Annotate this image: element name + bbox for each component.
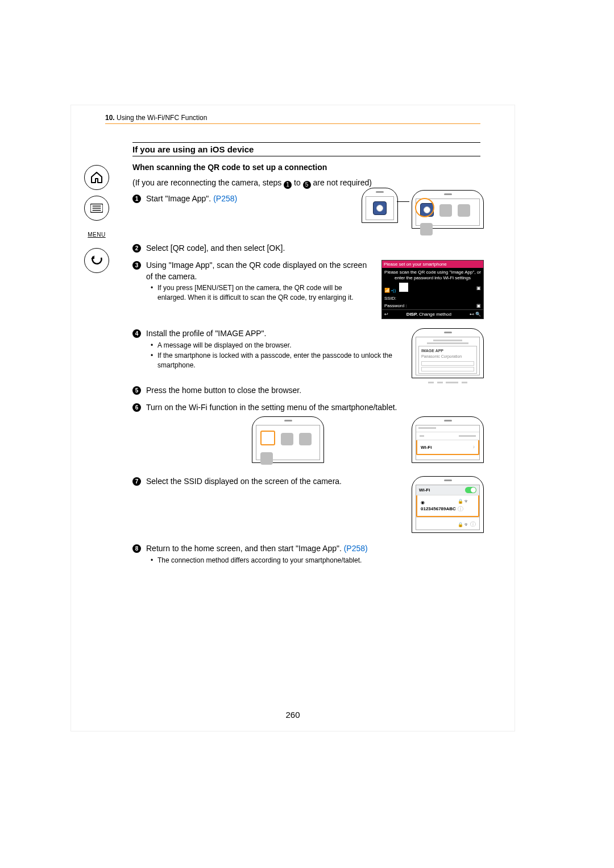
cancel-icon: ▣ — [476, 285, 481, 291]
qr-code-icon — [399, 283, 408, 292]
step-6: Turn on the Wi-Fi function in the settin… — [132, 402, 480, 471]
profile-sub: Panasonic Corporation — [421, 354, 474, 359]
divider-orange — [105, 123, 480, 124]
back-arrow-icon: ↩ — [384, 311, 388, 317]
lock-icon: 🔒 — [458, 522, 463, 527]
step-5: Press the home button to close the brows… — [132, 385, 480, 396]
section-title: If you are using an iOS device — [132, 142, 480, 156]
chapter-heading: 10. Using the Wi-Fi/NFC Function — [105, 114, 207, 122]
generic-app-icon — [420, 223, 433, 235]
step-ref-5: 5 — [303, 181, 311, 189]
usb-icon: ⊷ — [470, 312, 474, 317]
wifi-icon: ᯤ — [464, 522, 469, 527]
wifi-ssid-item: ◉ 0123456789ABC 🔒 ᯤ ⓘ — [416, 495, 479, 516]
settings-app-icon — [260, 431, 275, 445]
wifi-settings-item: Wi-Fi › — [416, 440, 479, 455]
info-icon: ⓘ — [458, 506, 463, 512]
cancel-icon: ▣ — [476, 303, 481, 309]
toc-button[interactable] — [84, 196, 109, 221]
back-arrow-icon — [90, 254, 103, 267]
generic-settings-item — [416, 432, 479, 440]
generic-app-icon — [439, 204, 452, 217]
phone-illustration-settings: Wi-Fi › — [412, 416, 484, 463]
generic-app-icon — [458, 204, 470, 217]
home-button[interactable] — [84, 165, 109, 190]
wifi-header: Wi-Fi — [416, 485, 479, 495]
phone-illustration-profile: IMAGE APP Panasonic Corporation — [412, 328, 484, 378]
list-icon — [90, 204, 103, 213]
wifi-icon: ᯤ — [464, 499, 469, 504]
step-4-note-1: A message will be displayed on the brows… — [152, 341, 395, 350]
wifi-other-item: 🔒 ᯤ ⓘ — [416, 517, 479, 531]
wifi-emblem-icon: 📶 •)) — [384, 288, 396, 293]
profile-title: IMAGE APP — [421, 348, 474, 354]
info-icon: ⓘ — [470, 521, 476, 527]
highlight-circle-icon — [415, 198, 434, 217]
chapter-title: Using the Wi-Fi/NFC Function — [117, 114, 207, 122]
sub-heading: When scanning the QR code to set up a co… — [132, 162, 480, 173]
reconnect-note: (If you are reconnecting the camera, ste… — [132, 177, 480, 189]
home-icon — [90, 171, 103, 184]
zoom-icon: 🔍 — [475, 312, 481, 317]
step-3-note: If you press [MENU/SET] on the camera, t… — [152, 283, 370, 303]
phone-illustration-wifi-list: Wi-Fi ◉ 0123456789ABC 🔒 ᯤ ⓘ 🔒 ᯤ ⓘ — [412, 476, 484, 533]
menu-button[interactable]: MENU — [84, 226, 109, 242]
generic-app-icon — [299, 433, 312, 445]
signal-icon: ◉ — [421, 500, 425, 505]
sidebar-nav: MENU — [84, 165, 109, 279]
step-2: Select [QR code], and then select [OK]. — [132, 243, 480, 254]
phone-illustration-popup — [362, 188, 398, 223]
page-ref-link[interactable]: (P258) — [213, 194, 237, 203]
step-8-note: The connection method differs according … — [152, 556, 480, 565]
phone-illustration-home2 — [252, 416, 324, 463]
chevron-right-icon: › — [473, 443, 475, 451]
back-button[interactable] — [84, 248, 109, 273]
lock-icon: 🔒 — [458, 499, 463, 504]
step-4-note-2: If the smartphone is locked with a passc… — [152, 351, 395, 370]
step-ref-1: 1 — [284, 181, 292, 189]
step-3: Using "Image App", scan the QR code disp… — [132, 260, 480, 323]
image-app-icon — [373, 201, 387, 215]
step-1: Start "Image App". (P258) — [132, 193, 480, 238]
page-number: 260 — [71, 710, 515, 720]
step-8: Return to the home screen, and then star… — [132, 543, 480, 565]
menu-label: MENU — [88, 232, 105, 238]
page-ref-link[interactable]: (P258) — [344, 544, 368, 553]
camera-screen-topbar: Please set on your smartphone — [382, 261, 483, 268]
camera-screen-msg: Please scan the QR code using "Image App… — [382, 268, 483, 282]
camera-screen-illustration: Please set on your smartphone Please sca… — [381, 260, 484, 319]
step-4: Install the profile of "IMAGE APP". A me… — [132, 328, 480, 379]
wifi-toggle-on-icon — [465, 487, 476, 493]
phone-illustration-home — [412, 190, 484, 229]
chapter-number: 10. — [105, 114, 115, 122]
generic-app-icon — [281, 433, 293, 445]
generic-app-icon — [260, 452, 273, 465]
step-7: Select the SSID displayed on the screen … — [132, 476, 480, 538]
